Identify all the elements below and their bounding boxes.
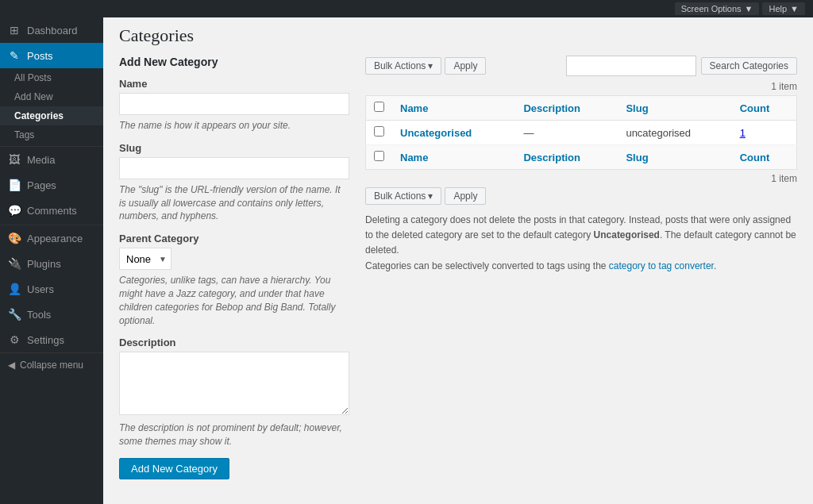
screen-options-button[interactable]: Screen Options ▼	[675, 2, 760, 15]
sidebar-item-dashboard[interactable]: ⊞ Dashboard	[0, 17, 103, 43]
bottom-info: Deleting a category does not delete the …	[365, 213, 797, 274]
parent-group: Parent Category None ▼ Categories, unlik…	[119, 233, 349, 327]
bulk-actions-label-top: Bulk Actions	[374, 60, 426, 71]
posts-icon: ✎	[8, 49, 21, 62]
bottom-info-text3: Categories can be selectively converted …	[365, 260, 609, 271]
name-input[interactable]	[119, 93, 349, 115]
table-footer-row: Name Description Slug Count	[366, 145, 797, 170]
sidebar-item-tags[interactable]: Tags	[0, 125, 103, 144]
page-title: Categories	[119, 25, 797, 46]
collapse-menu-button[interactable]: ◀ Collapse menu	[0, 352, 103, 377]
row-name-link[interactable]: Uncategorised	[400, 127, 472, 139]
header-count-col: Count	[732, 96, 797, 121]
categories-table: Name Description Slug Count	[365, 95, 797, 170]
header-name-link[interactable]: Name	[400, 102, 428, 114]
row-checkbox[interactable]	[374, 126, 384, 137]
bottom-info-line1: Deleting a category does not delete the …	[365, 213, 797, 259]
name-hint: The name is how it appears on your site.	[119, 119, 349, 133]
sidebar-section-appearance: 🎨 Appearance	[0, 225, 103, 251]
sidebar-label-comments: Comments	[27, 205, 95, 217]
sidebar-label-plugins: Plugins	[27, 258, 95, 270]
sidebar-item-appearance[interactable]: 🎨 Appearance	[0, 225, 103, 251]
help-arrow: ▼	[790, 4, 799, 13]
users-icon: 👤	[8, 283, 21, 295]
bottom-info-bold: Uncategorised	[594, 229, 660, 240]
item-count-top: 1 item	[365, 81, 797, 92]
item-count-bottom: 1 item	[365, 173, 797, 184]
parent-hint: Categories, unlike tags, can have a hier…	[119, 274, 349, 327]
name-label: Name	[119, 78, 349, 90]
footer-name-link[interactable]: Name	[400, 152, 428, 164]
apply-button-top[interactable]: Apply	[445, 57, 486, 75]
bulk-actions-arrow-top: ▾	[428, 60, 433, 71]
bulk-actions-label-bottom: Bulk Actions	[374, 190, 426, 202]
sidebar-label-tools: Tools	[27, 309, 95, 321]
header-count-link[interactable]: Count	[740, 102, 770, 114]
footer-count-col: Count	[732, 145, 797, 170]
parent-select[interactable]: None	[119, 248, 171, 270]
sidebar-item-pages[interactable]: 📄 Pages	[0, 172, 103, 198]
row-slug-cell: uncategorised	[618, 121, 731, 145]
sidebar-item-plugins[interactable]: 🔌 Plugins	[0, 251, 103, 276]
sidebar-label-all-posts: All Posts	[14, 72, 95, 83]
bulk-actions-button-bottom[interactable]: Bulk Actions ▾	[365, 187, 441, 205]
footer-count-link[interactable]: Count	[740, 152, 770, 164]
appearance-icon: 🎨	[8, 232, 21, 244]
sidebar-item-users[interactable]: 👤 Users	[0, 276, 103, 302]
bottom-info-text4: .	[714, 260, 716, 271]
slug-group: Slug The "slug" is the URL-friendly vers…	[119, 142, 349, 223]
comments-icon: 💬	[8, 204, 21, 217]
search-input[interactable]	[566, 56, 696, 76]
select-all-checkbox-bottom[interactable]	[374, 151, 384, 161]
category-to-tag-link[interactable]: category to tag converter	[609, 260, 714, 271]
footer-description-col: Description	[515, 145, 618, 170]
add-category-button[interactable]: Add New Category	[119, 458, 229, 479]
bulk-actions-button-top[interactable]: Bulk Actions ▾	[365, 57, 441, 75]
table-toolbar-bottom: Bulk Actions ▾ Apply	[365, 187, 797, 205]
row-count-cell: 1	[732, 121, 797, 145]
name-group: Name The name is how it appears on your …	[119, 78, 349, 133]
sidebar-item-comments[interactable]: 💬 Comments	[0, 198, 103, 223]
description-group: Description The description is not promi…	[119, 337, 349, 448]
sidebar-item-all-posts[interactable]: All Posts	[0, 68, 103, 87]
footer-checkbox-col	[366, 145, 393, 170]
sidebar-item-media[interactable]: 🖼 Media	[0, 147, 103, 172]
row-description-cell: —	[515, 121, 618, 145]
sidebar-item-tools[interactable]: 🔧 Tools	[0, 302, 103, 327]
screen-options-arrow: ▼	[745, 4, 753, 13]
bottom-info-line2: Categories can be selectively converted …	[365, 259, 797, 274]
search-categories-button[interactable]: Search Categories	[701, 57, 797, 75]
footer-slug-link[interactable]: Slug	[626, 152, 648, 164]
slug-label: Slug	[119, 142, 349, 154]
sidebar-label-appearance: Appearance	[27, 233, 95, 244]
sidebar-label-users: Users	[27, 283, 95, 295]
sidebar-label-posts: Posts	[27, 50, 95, 62]
header-name-col: Name	[392, 96, 515, 121]
media-icon: 🖼	[8, 153, 21, 166]
row-name-cell: Uncategorised	[392, 121, 515, 145]
sidebar-label-pages: Pages	[27, 179, 95, 191]
sidebar-section-media: 🖼 Media	[0, 146, 103, 172]
sidebar-label-media: Media	[27, 154, 95, 166]
header-description-link[interactable]: Description	[523, 102, 580, 114]
sidebar-item-posts[interactable]: ✎ Posts	[0, 43, 103, 68]
sidebar: ⊞ Dashboard ✎ Posts All Posts Add New Ca…	[0, 17, 103, 504]
main-content: Categories Add New Category Name The nam…	[103, 17, 813, 504]
description-textarea[interactable]	[119, 352, 349, 415]
apply-button-bottom[interactable]: Apply	[445, 187, 486, 205]
footer-description-link[interactable]: Description	[523, 152, 580, 164]
sidebar-label-settings: Settings	[27, 334, 95, 346]
toolbar-right-top: Search Categories	[566, 56, 797, 76]
pages-icon: 📄	[8, 179, 21, 191]
help-label: Help	[769, 4, 787, 13]
sidebar-item-settings[interactable]: ⚙ Settings	[0, 327, 103, 352]
header-slug-col: Slug	[618, 96, 731, 121]
collapse-menu-label: Collapse menu	[20, 360, 83, 371]
row-count-link[interactable]: 1	[740, 127, 746, 139]
sidebar-item-categories[interactable]: Categories	[0, 106, 103, 125]
select-all-checkbox-top[interactable]	[374, 102, 384, 112]
slug-input[interactable]	[119, 157, 349, 179]
help-button[interactable]: Help ▼	[762, 2, 805, 15]
sidebar-item-add-new[interactable]: Add New	[0, 87, 103, 106]
header-slug-link[interactable]: Slug	[626, 102, 648, 114]
